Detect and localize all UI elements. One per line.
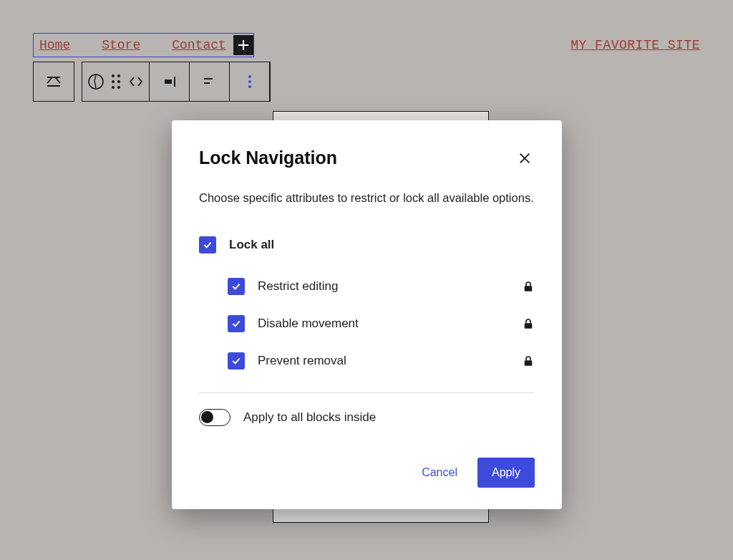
restrict-editing-label: Restrict editing xyxy=(258,279,338,294)
nav-links-container[interactable]: Home Store Contact xyxy=(33,33,254,57)
cancel-button[interactable]: Cancel xyxy=(407,458,472,488)
prevent-removal-label: Prevent removal xyxy=(258,354,346,368)
lock-icon xyxy=(522,317,535,331)
disable-movement-checkbox[interactable] xyxy=(228,315,245,332)
navigate-button[interactable] xyxy=(82,62,150,101)
lock-all-row[interactable]: Lock all xyxy=(199,226,535,264)
check-icon xyxy=(202,239,213,251)
modal-actions: Cancel Apply xyxy=(199,458,535,488)
disable-movement-label: Disable movement xyxy=(258,317,359,331)
list-button[interactable] xyxy=(190,62,230,101)
lock-icon xyxy=(522,279,535,294)
plus-icon xyxy=(237,39,250,52)
modal-header: Lock Navigation xyxy=(199,148,535,168)
prevent-removal-checkbox[interactable] xyxy=(228,352,245,370)
modal-title: Lock Navigation xyxy=(199,148,337,168)
restrict-editing-row[interactable]: Restrict editing xyxy=(199,268,535,305)
nav-link-home[interactable]: Home xyxy=(39,38,83,52)
toolbar-group-block xyxy=(33,62,74,102)
svg-rect-4 xyxy=(525,360,533,366)
add-block-button[interactable] xyxy=(233,35,253,55)
align-button[interactable] xyxy=(150,62,190,101)
prevent-removal-row[interactable]: Prevent removal xyxy=(199,342,535,380)
nav-link-store[interactable]: Store xyxy=(102,38,153,52)
divider xyxy=(199,392,535,393)
site-title[interactable]: MY FAVORITE SITE xyxy=(571,38,700,52)
disable-movement-row[interactable]: Disable movement xyxy=(199,305,535,342)
site-nav: Home Store Contact MY FAVORITE SITE xyxy=(33,33,700,57)
check-icon xyxy=(230,318,242,329)
block-toolbar xyxy=(33,62,271,102)
more-options-button[interactable] xyxy=(230,62,270,101)
apply-inner-toggle[interactable] xyxy=(199,409,230,426)
restrict-editing-checkbox[interactable] xyxy=(228,278,245,295)
lock-icon xyxy=(522,354,535,368)
close-button[interactable] xyxy=(515,148,535,168)
apply-inner-label: Apply to all blocks inside xyxy=(243,410,376,425)
toolbar-group-main xyxy=(82,62,271,102)
apply-inner-row[interactable]: Apply to all blocks inside xyxy=(199,409,535,426)
lock-navigation-modal: Lock Navigation Choose specific attribut… xyxy=(172,120,562,509)
align-right-icon xyxy=(161,73,178,90)
more-options-icon xyxy=(248,75,251,88)
close-icon xyxy=(517,150,533,166)
move-arrows-icon xyxy=(127,73,145,90)
navigation-block-icon xyxy=(45,73,62,90)
compass-icon xyxy=(87,73,105,90)
modal-description: Choose specific attributes to restrict o… xyxy=(199,191,535,205)
check-icon xyxy=(230,355,242,367)
lock-all-label: Lock all xyxy=(229,238,274,252)
block-type-button[interactable] xyxy=(34,62,74,101)
apply-button[interactable]: Apply xyxy=(477,458,535,488)
list-icon xyxy=(201,73,218,90)
svg-rect-1 xyxy=(165,79,172,84)
drag-icon xyxy=(112,74,120,89)
nav-link-contact[interactable]: Contact xyxy=(172,38,239,52)
check-icon xyxy=(230,281,242,292)
lock-all-checkbox[interactable] xyxy=(199,236,216,254)
svg-rect-3 xyxy=(525,323,533,329)
toggle-knob xyxy=(201,411,213,423)
svg-rect-2 xyxy=(525,286,533,291)
